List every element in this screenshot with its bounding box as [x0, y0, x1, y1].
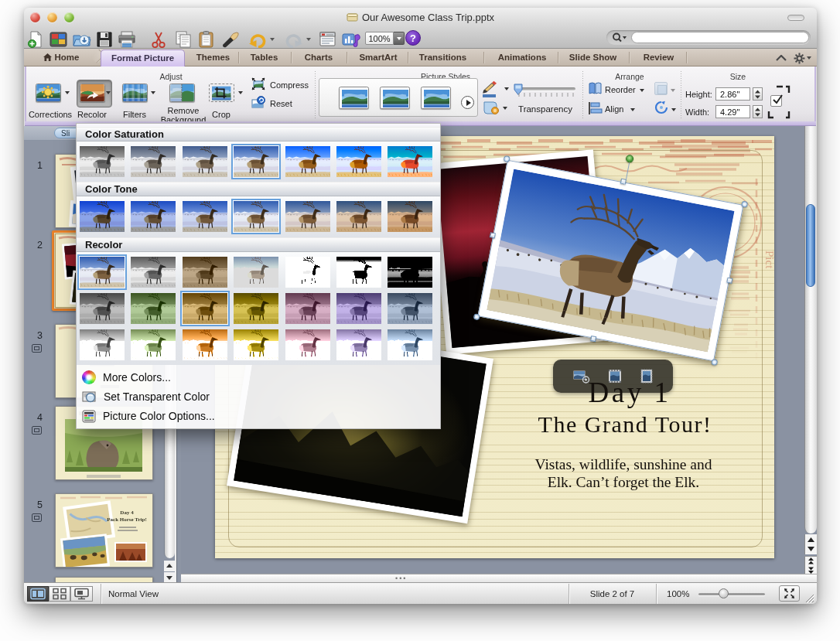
svg-text:Day 4: Day 4: [120, 510, 134, 516]
svg-text:Pict: Pict: [763, 251, 774, 269]
svg-text:Pack Horse Trip!: Pack Horse Trip!: [107, 517, 146, 523]
